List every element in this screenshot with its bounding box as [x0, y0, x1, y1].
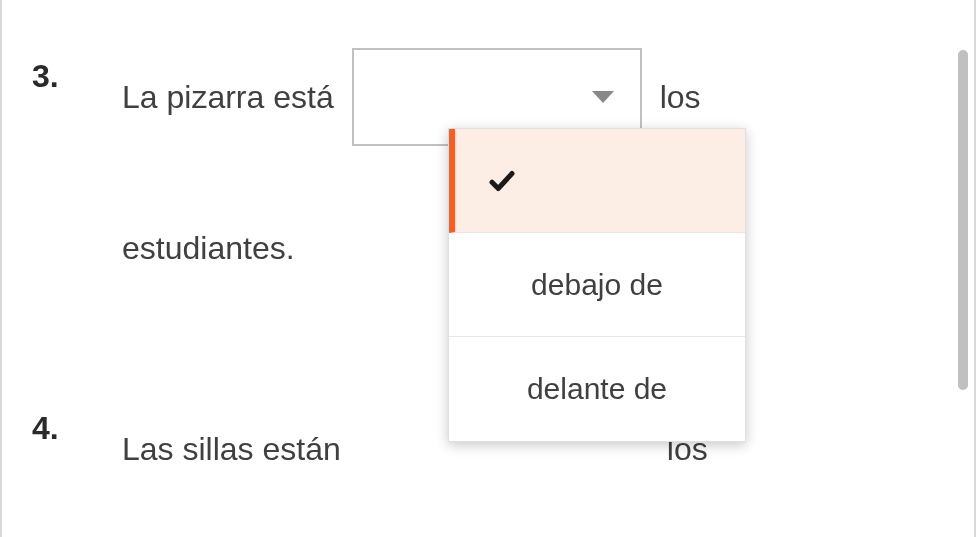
- sentence-before: Las sillas están: [122, 417, 341, 481]
- dropdown-panel: debajo de delante de: [448, 128, 746, 442]
- exercise-content: 3. La pizarra está los estudiantes.: [2, 0, 974, 537]
- sentence-continuation: escritorios.: [122, 498, 944, 537]
- chevron-down-icon: [592, 91, 614, 103]
- sentence-before: La pizarra está: [122, 65, 334, 129]
- question-number: 4.: [32, 352, 122, 447]
- question-number: 3.: [32, 0, 122, 95]
- dropdown-option-label: delante de: [527, 372, 667, 406]
- sentence-after: los: [660, 65, 701, 129]
- dropdown-option-debajo[interactable]: debajo de: [449, 233, 745, 337]
- scrollbar[interactable]: [958, 50, 968, 390]
- question-line-1: La pizarra está los: [122, 0, 944, 146]
- dropdown-option-delante[interactable]: delante de: [449, 337, 745, 441]
- check-icon: [487, 166, 517, 196]
- dropdown-option-label: debajo de: [531, 268, 663, 302]
- question-3: 3. La pizarra está los estudiantes.: [32, 0, 944, 280]
- dropdown-option-blank[interactable]: [449, 129, 745, 233]
